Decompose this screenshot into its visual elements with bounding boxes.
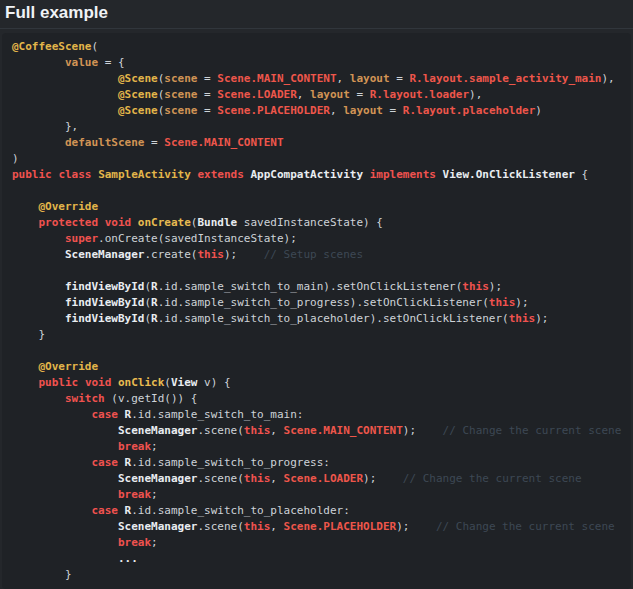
code-token-kw: this <box>244 520 271 533</box>
code-token-p: ; <box>151 440 158 453</box>
code-token-p <box>12 424 118 437</box>
code-token-const: Scene.MAIN_CONTENT <box>284 424 403 437</box>
code-token-cmt: // Setup scenes <box>237 248 363 261</box>
code-token-p <box>12 88 118 101</box>
code-token-kw: super <box>65 232 98 245</box>
code-token-p <box>12 360 39 373</box>
code-token-p <box>118 456 125 469</box>
code-token-b: SceneManager <box>65 248 144 261</box>
code-line: @CoffeeScene( <box>12 39 623 55</box>
code-token-p: , <box>270 472 283 485</box>
code-token-b: findViewById <box>65 280 144 293</box>
code-token-p: .id.sample_switch_to_main: <box>131 408 303 421</box>
code-token-b: ... <box>118 552 138 565</box>
code-token-p <box>118 408 125 421</box>
code-token-b: findViewById <box>65 312 144 325</box>
code-token-kw: public <box>12 168 52 181</box>
code-line <box>12 343 623 359</box>
code-line: @Scene(scene = Scene.MAIN_CONTENT, layou… <box>12 71 623 87</box>
code-token-p: { <box>575 168 588 181</box>
code-token-p: .scene( <box>197 424 243 437</box>
code-token-p <box>436 168 443 181</box>
code-line: protected void onCreate(Bundle savedInst… <box>12 215 623 231</box>
code-token-p <box>12 488 118 501</box>
code-token-p <box>12 216 39 229</box>
code-token-p <box>12 232 65 245</box>
code-token-method: onClick <box>118 376 164 389</box>
code-token-b: R <box>151 280 158 293</box>
code-line: case R.id.sample_switch_to_main: <box>12 407 623 423</box>
code-token-p <box>98 216 105 229</box>
code-token-p: = <box>383 104 403 117</box>
code-token-p <box>12 312 65 325</box>
code-token-p <box>12 552 118 565</box>
code-token-p: , <box>297 88 310 101</box>
code-line: case R.id.sample_switch_to_placeholder: <box>12 503 623 519</box>
code-token-ann: @Override <box>39 360 99 373</box>
code-token-b: Bundle <box>197 216 237 229</box>
code-token-b: View <box>171 376 198 389</box>
code-line: public class SampleActivity extends AppC… <box>12 167 623 183</box>
code-token-p: .create( <box>144 248 197 261</box>
code-token-const: Scene.MAIN_CONTENT <box>164 136 283 149</box>
code-token-kw: protected <box>39 216 99 229</box>
code-token-p <box>12 392 65 405</box>
code-token-p: ; <box>151 488 158 501</box>
code-token-p: .scene( <box>197 472 243 485</box>
code-token-kw: case <box>91 504 118 517</box>
code-line: super.onCreate(savedInstanceState); <box>12 231 623 247</box>
code-token-p <box>12 200 39 213</box>
code-token-p: .id.sample_switch_to_main).setOnClickLis… <box>158 280 463 293</box>
code-token-p <box>111 376 118 389</box>
code-line <box>12 263 623 279</box>
code-token-p: = <box>350 88 370 101</box>
code-token-kw: this <box>462 280 489 293</box>
code-line: findViewById(R.id.sample_switch_to_main)… <box>12 279 623 295</box>
code-block: @CoffeeScene( value = { @Scene(scene = S… <box>2 33 631 589</box>
code-token-p: , <box>330 104 343 117</box>
code-token-p <box>12 456 91 469</box>
code-token-p <box>12 440 118 453</box>
code-token-p: .onCreate(savedInstanceState); <box>98 232 297 245</box>
code-line: case R.id.sample_switch_to_progress: <box>12 455 623 471</box>
code-line: findViewById(R.id.sample_switch_to_progr… <box>12 295 623 311</box>
section-heading: Full example <box>0 0 633 29</box>
code-line: }, <box>12 119 623 135</box>
code-token-p: = <box>390 72 410 85</box>
code-line: public void onClick(View v) { <box>12 375 623 391</box>
code-token-p <box>12 536 118 549</box>
code-token-p: , <box>270 424 283 437</box>
code-token-p: .id.sample_switch_to_placeholder).setOnC… <box>158 312 509 325</box>
code-line: @Override <box>12 359 623 375</box>
code-token-p <box>12 104 118 117</box>
code-token-p <box>12 296 65 309</box>
code-line: } <box>12 327 623 343</box>
code-token-kw: this <box>244 424 271 437</box>
code-line: @Override <box>12 199 623 215</box>
code-token-p: ( <box>91 40 98 53</box>
code-token-b: R <box>151 312 158 325</box>
code-line: ... <box>12 551 623 567</box>
code-token-p <box>12 248 65 261</box>
code-token-b: View.OnClickListener <box>443 168 575 181</box>
code-token-b: findViewById <box>65 296 144 309</box>
code-token-p: ) <box>12 152 19 165</box>
code-token-const: Scene.PLACEHOLDER <box>284 520 397 533</box>
code-token-p <box>12 408 91 421</box>
code-token-p: .id.sample_switch_to_progress).setOnClic… <box>158 296 489 309</box>
code-token-b: R <box>151 296 158 309</box>
code-line: break; <box>12 487 623 503</box>
code-token-kw: void <box>105 216 132 229</box>
code-token-kw: implements <box>370 168 436 181</box>
code-token-p: savedInstanceState) { <box>237 216 383 229</box>
code-token-p: ); <box>363 472 376 485</box>
code-line: ) <box>12 151 623 167</box>
code-line: value = { <box>12 55 623 71</box>
code-token-p <box>12 520 118 533</box>
code-token-param: scene <box>164 72 197 85</box>
code-line: @Scene(scene = Scene.PLACEHOLDER, layout… <box>12 103 623 119</box>
code-line: } <box>12 567 623 583</box>
code-token-p: ); <box>403 424 416 437</box>
code-line: SceneManager.scene(this, Scene.LOADER); … <box>12 471 623 487</box>
code-token-const: Scene.LOADER <box>217 88 296 101</box>
